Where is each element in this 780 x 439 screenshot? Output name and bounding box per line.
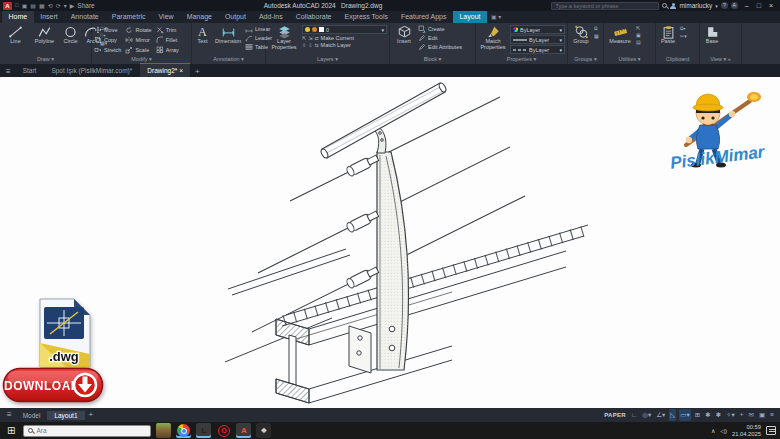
layer-properties-button[interactable]: Layer Properties: [268, 25, 300, 55]
paw-app-icon[interactable]: ❖: [256, 423, 271, 438]
new-layout-button[interactable]: +: [85, 410, 98, 420]
panel-label-draw[interactable]: Draw ▾: [0, 55, 91, 64]
search-icon[interactable]: [662, 3, 667, 8]
tray-expand-icon[interactable]: ∧: [711, 427, 715, 434]
ribbon-tab[interactable]: Manage: [180, 11, 218, 23]
mirror-button[interactable]: Mirror: [125, 36, 151, 44]
ribbon-tab[interactable]: Layout: [453, 11, 487, 23]
ribbon-tab[interactable]: Annotate: [64, 11, 105, 23]
polyline-button[interactable]: Polyline: [31, 25, 58, 55]
status-toggle-icon[interactable]: ⊞: [694, 409, 701, 421]
base-view-button[interactable]: Base: [702, 25, 722, 55]
file-tab-start[interactable]: Start: [16, 64, 44, 77]
chevron-down-icon[interactable]: ▾: [715, 3, 718, 9]
panel-label-view[interactable]: View ▾ »: [700, 55, 741, 64]
status-toggle-icon[interactable]: ✱: [715, 409, 722, 421]
edit-block-button[interactable]: Edit: [418, 34, 462, 42]
cut-clip-icon[interactable]: ✂▾: [680, 33, 687, 39]
ribbon-options-icon[interactable]: ▣ ▾: [487, 11, 505, 23]
group-edit-icon[interactable]: ▦: [594, 33, 599, 39]
panel-label-utilities[interactable]: Utilities ▾: [604, 55, 655, 64]
tab-layout1[interactable]: Layout1: [47, 411, 84, 420]
quick-access-icon[interactable]: ▶: [70, 2, 75, 9]
ribbon-tab[interactable]: Insert: [34, 11, 65, 23]
lineweight-select[interactable]: ByLayer ▾: [510, 35, 565, 44]
notification-center-icon[interactable]: [766, 426, 776, 435]
status-toggle-icon[interactable]: ◎▾: [641, 409, 652, 421]
paste-button[interactable]: Paste: [658, 25, 678, 55]
quick-select-icon[interactable]: ⇱: [636, 25, 641, 31]
quick-access-icon[interactable]: ⟲: [48, 2, 53, 9]
ribbon-tab[interactable]: Collaborate: [289, 11, 338, 23]
chrome-icon[interactable]: [176, 423, 191, 438]
insert-block-button[interactable]: Insert: [392, 25, 416, 55]
taskbar-search[interactable]: [23, 425, 151, 437]
file-tab-spotisik[interactable]: Spot Işık (PislikMimar.com)*: [44, 64, 139, 77]
color-select[interactable]: ByLayer ▾: [510, 25, 565, 34]
status-toggle-icon[interactable]: ◺: [669, 409, 676, 421]
autodesk-apps-icon[interactable]: A: [731, 2, 738, 9]
panel-label-properties[interactable]: Properties ▾: [476, 55, 567, 64]
stretch-button[interactable]: Stretch: [94, 46, 121, 54]
space-indicator[interactable]: PAPER: [604, 412, 626, 418]
ribbon-tab[interactable]: Parametric: [105, 11, 152, 23]
ribbon-tab[interactable]: Featured Apps: [394, 11, 453, 23]
window-control-button[interactable]: ×: [769, 2, 773, 9]
rotate-button[interactable]: Rotate: [125, 26, 151, 34]
launcher-app-icon[interactable]: L: [196, 423, 211, 438]
quick-access-icon[interactable]: ▦: [39, 2, 45, 9]
group-button[interactable]: Group: [570, 25, 592, 55]
window-control-button[interactable]: □: [757, 2, 761, 9]
drawing-canvas[interactable]: PislikMimar .dwg: [0, 77, 780, 408]
ungroup-icon[interactable]: ⧉: [594, 25, 599, 32]
status-toggle-icon[interactable]: ✱: [704, 409, 711, 421]
calculator-icon[interactable]: ▤: [636, 39, 641, 45]
move-button[interactable]: Move: [94, 26, 121, 34]
id-point-icon[interactable]: ▣: [636, 32, 641, 38]
download-button[interactable]: DOWNLOAD: [2, 367, 104, 403]
panel-label-layers[interactable]: Layers ▾: [266, 55, 389, 64]
file-tab-menu-icon[interactable]: ≡: [2, 67, 15, 77]
array-button[interactable]: Array: [156, 46, 179, 54]
panel-label-annotation[interactable]: Annotation ▾: [192, 55, 265, 64]
status-toggle-icon[interactable]: +: [739, 409, 745, 421]
layer-select[interactable]: 0 ▾: [302, 25, 387, 34]
share-button[interactable]: Share: [77, 2, 94, 9]
tab-model[interactable]: Model: [16, 411, 48, 420]
ribbon-tab[interactable]: Home: [2, 11, 34, 23]
window-control-button[interactable]: –: [745, 2, 749, 9]
text-button[interactable]: Text: [194, 25, 211, 55]
circle-button[interactable]: Circle: [60, 25, 81, 55]
speaker-icon[interactable]: ◁): [720, 427, 727, 434]
fillet-button[interactable]: Fillet: [156, 36, 179, 44]
match-layer-button[interactable]: ⇧⇩⇆ Match Layer: [302, 42, 387, 48]
linetype-select[interactable]: ByLayer ▾: [510, 45, 565, 54]
ribbon-tab[interactable]: Output: [218, 11, 252, 23]
status-toggle-icon[interactable]: ∟: [630, 409, 638, 421]
status-toggle-icon[interactable]: ✉: [748, 409, 755, 421]
quick-access-icon[interactable]: ⟳: [56, 2, 61, 9]
ribbon-tab[interactable]: Add-ins: [252, 11, 289, 23]
quick-access-icon[interactable]: ▣: [22, 2, 28, 9]
photo-thumbnail-icon[interactable]: [156, 423, 171, 438]
username[interactable]: mimarlucky: [679, 2, 712, 9]
status-toggle-icon[interactable]: ▭▾: [679, 409, 690, 421]
close-icon[interactable]: ×: [179, 67, 183, 74]
quick-access-icon[interactable]: ▤: [30, 2, 36, 9]
dwg-file-icon[interactable]: .dwg: [32, 296, 96, 370]
opera-icon[interactable]: O: [216, 423, 231, 438]
clock[interactable]: 00:59 21.04.2025: [732, 424, 761, 437]
status-toggle-icon[interactable]: ▣: [758, 409, 766, 421]
line-button[interactable]: Line: [2, 25, 29, 55]
quick-access-icon[interactable]: □: [15, 2, 19, 9]
new-drawing-button[interactable]: +: [191, 67, 204, 77]
help-search-input[interactable]: [551, 2, 659, 10]
status-toggle-icon[interactable]: ✧▾: [725, 409, 736, 421]
scale-button[interactable]: Scale: [125, 46, 151, 54]
panel-label-block[interactable]: Block ▾: [390, 55, 475, 64]
taskbar-search-input[interactable]: [36, 427, 126, 434]
create-block-button[interactable]: Create: [418, 25, 462, 33]
autocad-app-icon[interactable]: A: [3, 2, 12, 10]
layout-menu-icon[interactable]: ≡: [3, 410, 16, 420]
make-current-button[interactable]: ⇱⇲⇄ Make Current: [302, 35, 387, 41]
